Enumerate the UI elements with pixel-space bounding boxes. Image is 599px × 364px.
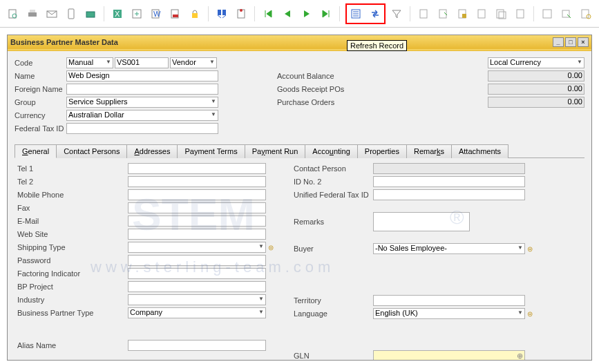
tab-attachments[interactable]: Attachments <box>451 144 508 158</box>
code-label: Code <box>15 59 66 67</box>
mobile-input[interactable] <box>128 189 266 200</box>
remarks-label: Remarks <box>294 218 373 226</box>
doc1-icon[interactable] <box>416 6 431 21</box>
tab-remarks[interactable]: Remarks <box>406 144 452 158</box>
lock-icon[interactable] <box>187 6 202 21</box>
launch-app-icon[interactable] <box>129 6 144 21</box>
doc3-icon[interactable] <box>455 6 470 21</box>
svg-rect-6 <box>86 12 95 17</box>
language-label: Language <box>294 309 373 318</box>
email-icon[interactable] <box>44 6 59 21</box>
first-record-icon[interactable] <box>260 6 276 21</box>
fax-icon[interactable] <box>83 6 98 21</box>
export-pdf-icon[interactable] <box>168 6 183 21</box>
email-input[interactable] <box>128 215 266 227</box>
doc5-icon[interactable] <box>493 6 508 21</box>
tel2-label: Tel 2 <box>17 178 128 186</box>
svg-rect-20 <box>420 10 427 18</box>
svg-rect-5 <box>68 9 74 19</box>
email-label: E-Mail <box>17 217 128 225</box>
close-button[interactable]: × <box>578 37 589 47</box>
export-word-icon[interactable]: W <box>149 6 164 21</box>
define-new-icon[interactable]: ⊜ <box>527 310 533 318</box>
bpproject-input[interactable] <box>128 281 266 292</box>
tab-payment-terms[interactable]: Payment Terms <box>177 144 245 158</box>
idno2-input[interactable] <box>373 176 525 187</box>
svg-point-18 <box>240 9 243 12</box>
minimize-button[interactable]: _ <box>553 37 564 47</box>
add-icon[interactable] <box>234 6 249 21</box>
remarks-input[interactable] <box>373 212 470 231</box>
contact-person-input[interactable] <box>373 163 525 174</box>
doc6-icon[interactable] <box>513 6 528 21</box>
name-input[interactable]: Web Design <box>66 70 218 82</box>
territory-input[interactable] <box>373 295 525 306</box>
define-new-icon[interactable]: ⊜ <box>527 245 533 253</box>
fname-label: Foreign Name <box>15 85 66 93</box>
currency-select[interactable]: Australian Dollar <box>66 110 218 121</box>
tel1-input[interactable] <box>128 163 266 174</box>
idno2-label: ID No. 2 <box>294 178 373 186</box>
code-input[interactable]: VS001 <box>115 57 169 68</box>
fname-input[interactable] <box>66 84 218 95</box>
acct-bal-value: 0.00 <box>488 70 584 82</box>
buyer-select[interactable]: -No Sales Employee- <box>373 243 525 254</box>
territory-label: Territory <box>294 296 373 305</box>
website-input[interactable] <box>128 229 266 240</box>
alias-input[interactable] <box>128 340 266 351</box>
grpo-label: Goods Receipt POs <box>277 85 356 93</box>
sms-icon[interactable] <box>64 6 79 21</box>
bpproject-label: BP Project <box>17 282 128 291</box>
doc2-icon[interactable] <box>435 6 450 21</box>
refresh-list-icon[interactable] <box>348 6 363 21</box>
prev-record-icon[interactable] <box>280 6 295 21</box>
maximize-button[interactable]: □ <box>565 37 576 47</box>
tab-properties[interactable]: Properties <box>357 144 407 158</box>
bptype-select[interactable]: Company <box>128 307 266 318</box>
main-toolbar: X W <box>0 0 599 28</box>
shiptype-select[interactable] <box>128 242 266 253</box>
highlighted-toolbar-group <box>345 3 386 24</box>
preview-icon[interactable] <box>6 6 21 21</box>
gln-input[interactable]: ⊕ <box>373 350 525 360</box>
export-excel-icon[interactable]: X <box>110 6 125 21</box>
local-currency-select[interactable]: Local Currency <box>488 57 584 68</box>
last-record-icon[interactable] <box>318 6 334 21</box>
settings-form-icon[interactable] <box>578 6 593 21</box>
refresh-record-icon[interactable] <box>368 6 383 21</box>
edit-form-icon[interactable] <box>559 6 574 21</box>
svg-text:X: X <box>115 10 120 18</box>
industry-select[interactable] <box>128 294 266 305</box>
factoring-input[interactable] <box>128 268 266 279</box>
svg-rect-28 <box>543 10 551 18</box>
svg-rect-25 <box>497 10 504 18</box>
svg-rect-29 <box>562 10 569 17</box>
tab-general[interactable]: General <box>15 144 57 158</box>
code-mode-select[interactable]: Manual <box>66 57 113 68</box>
next-record-icon[interactable] <box>299 6 314 21</box>
layout-icon[interactable] <box>540 6 555 21</box>
tab-accounting[interactable]: Accounting <box>305 144 357 158</box>
group-select[interactable]: Service Suppliers <box>66 97 218 108</box>
website-label: Web Site <box>17 230 128 238</box>
filter-icon[interactable] <box>390 6 405 21</box>
uftid-input[interactable] <box>373 189 525 200</box>
code-type-select[interactable]: Vendor <box>170 57 217 68</box>
tab-strip: General Contact Persons Addresses Paymen… <box>15 144 584 158</box>
taxid-input[interactable] <box>66 123 218 134</box>
tel2-input[interactable] <box>128 176 266 187</box>
password-label: Password <box>17 256 128 265</box>
password-input[interactable] <box>128 255 266 266</box>
print-icon[interactable] <box>25 6 40 21</box>
fax-input[interactable] <box>128 202 266 213</box>
svg-rect-13 <box>173 15 178 17</box>
tab-payment-run[interactable]: Payment Run <box>245 144 306 158</box>
find-icon[interactable] <box>214 6 229 21</box>
doc4-icon[interactable] <box>474 6 489 21</box>
svg-rect-3 <box>30 10 35 12</box>
language-select[interactable]: English (UK) <box>373 308 525 319</box>
tab-contact-persons[interactable]: Contact Persons <box>56 144 127 158</box>
window-title: Business Partner Master Data <box>10 38 551 46</box>
define-new-icon[interactable]: ⊜ <box>268 244 274 251</box>
tab-addresses[interactable]: Addresses <box>126 144 178 158</box>
